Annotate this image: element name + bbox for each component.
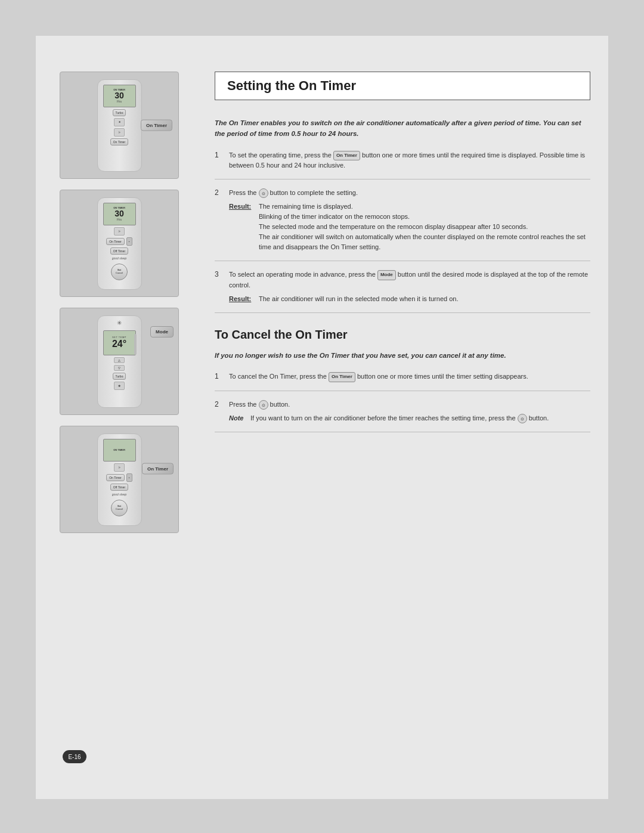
note-label: Note — [229, 413, 246, 423]
set-cancel-btn-4[interactable]: Set Cancel — [111, 500, 128, 516]
result-label-2: Result: — [229, 202, 254, 252]
on-timer-btn-4[interactable]: On Timer — [106, 474, 125, 481]
section2-steps: 1 To cancel the On Timer, press the On T… — [215, 371, 590, 432]
mode-badge-3: Mode — [150, 326, 174, 337]
left-panel: ON TIMER 30 Hrs Turbo ❄ ▷ On Timer On Ti… — [36, 60, 203, 775]
section1-steps: 1 To set the operating time, press the O… — [215, 150, 590, 313]
plus-icon-4: + — [126, 473, 132, 482]
section1-title-box: Setting the On Timer — [215, 72, 590, 100]
snowflake-icon-3: ✳ — [117, 320, 122, 326]
display-num-2: 30 — [114, 209, 124, 218]
step-1-content: To set the operating time, press the On … — [229, 150, 590, 171]
arrow-icon-4: ▷ — [114, 463, 125, 472]
set-inline-btn-cancel-2: ⊙ — [259, 400, 268, 410]
remote-image-3: ✳ SET TEMP 24° △ ▽ Turbo ❄ Mode — [60, 308, 179, 415]
step-1: 1 To set the operating time, press the O… — [215, 150, 590, 179]
on-timer-inline-btn-1: On Timer — [333, 151, 360, 160]
remote-image-2: ON TIMER 30 Hrs ▷ On Timer + Off Timer g… — [60, 190, 179, 297]
result-label-3: Result: — [229, 294, 254, 304]
fan2-icon-3: ❄ — [114, 382, 125, 390]
up-arrow-3: △ — [114, 357, 125, 363]
section1-intro: The On Timer enables you to switch on th… — [215, 118, 590, 140]
page-number: E-16 — [63, 750, 86, 763]
arrow-icon-1: ▷ — [114, 128, 125, 137]
fan-icon-1: ❄ — [114, 118, 125, 126]
right-panel: Setting the On Timer The On Timer enable… — [203, 60, 608, 775]
on-timer-btn-1[interactable]: On Timer — [110, 138, 129, 145]
volume-slider-3 — [134, 334, 137, 355]
note-text: If you want to turn on the air condition… — [250, 413, 549, 423]
cancel-step-1-content: To cancel the On Timer, press the On Tim… — [229, 371, 590, 382]
good-sleep-label-2: good sleep — [112, 256, 126, 260]
on-timer-label-4: ON TIMER — [113, 448, 125, 451]
cancel-step-1: 1 To cancel the On Timer, press the On T… — [215, 371, 590, 391]
off-timer-btn-2[interactable]: Off Timer — [110, 247, 128, 255]
section2-title: To Cancel the On Timer — [215, 328, 590, 342]
result-text-2: The remaining time is displayed. Blinkin… — [259, 202, 590, 252]
remote-image-1: ON TIMER 30 Hrs Turbo ❄ ▷ On Timer On Ti… — [60, 72, 179, 179]
section2-intro: If you no longer wish to use the On Time… — [215, 351, 590, 361]
cancel-step-2-content: Press the ⊙ button. Note If you want to … — [229, 400, 590, 423]
down-arrow-3: ▽ — [114, 365, 125, 371]
display-sub-1: Hrs — [117, 100, 122, 103]
mode-inline-btn-3: Mode — [377, 270, 396, 280]
step-3: 3 To select an operating mode in advance… — [215, 270, 590, 312]
set-inline-btn-2: ⊙ — [259, 188, 268, 198]
on-timer-badge-4: On Timer — [142, 463, 174, 475]
set-cancel-btn-2[interactable]: Set Cancel — [111, 264, 128, 280]
step-1-number: 1 — [215, 151, 223, 171]
cancel-step-1-number: 1 — [215, 372, 223, 382]
arrow-icon-2: ▷ — [114, 227, 125, 236]
step-2: 2 Press the ⊙ button to complete the set… — [215, 188, 590, 261]
display-sub-2: Hrs — [117, 218, 122, 221]
temp-display-3: 24° — [112, 339, 126, 349]
turbo-btn-1[interactable]: Turbo — [113, 109, 126, 116]
good-sleep-label-4: good sleep — [112, 493, 126, 496]
step-2-number: 2 — [215, 188, 223, 252]
remote-image-4: ON TIMER ▷ On Timer + Off Timer good sle… — [60, 426, 179, 533]
step-3-content: To select an operating mode in advance, … — [229, 270, 590, 304]
set-inline-btn-note: ⊙ — [518, 414, 527, 423]
plus-icon: + — [126, 237, 132, 246]
off-timer-btn-4[interactable]: Off Timer — [110, 484, 128, 491]
turbo-btn-3[interactable]: Turbo — [113, 373, 126, 380]
result-text-3: The air conditioner will run in the sele… — [259, 294, 458, 304]
on-timer-btn-2[interactable]: On Timer — [106, 238, 125, 245]
page: ON TIMER 30 Hrs Turbo ❄ ▷ On Timer On Ti… — [36, 36, 608, 799]
section1-title: Setting the On Timer — [227, 78, 578, 94]
on-timer-badge-1: On Timer — [141, 120, 172, 131]
cancel-step-2: 2 Press the ⊙ button. Note If you want t… — [215, 400, 590, 432]
cancel-step-2-number: 2 — [215, 400, 223, 423]
step-3-number: 3 — [215, 270, 223, 304]
on-timer-cancel-btn: On Timer — [329, 372, 355, 382]
display-num-1: 30 — [114, 91, 124, 100]
step-2-content: Press the ⊙ button to complete the setti… — [229, 188, 590, 252]
